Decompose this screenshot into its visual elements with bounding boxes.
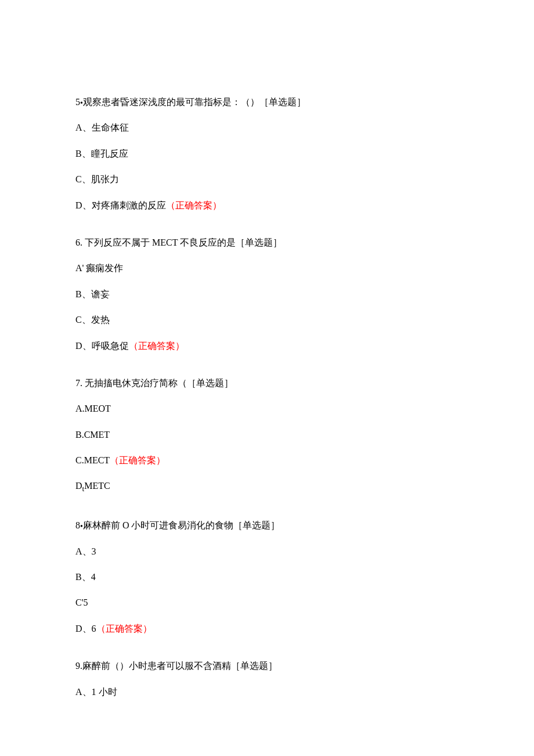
option-text: 、6 [82, 624, 96, 633]
option-text: A.MEOT [75, 404, 111, 413]
option-letter: A [75, 687, 82, 697]
option-letter: D [75, 341, 82, 351]
stem-text: 麻醉前（）小时患者可以服不含酒精［单选题］ [82, 661, 277, 671]
question-number: 8 [75, 520, 80, 530]
option-text: 、3 [82, 546, 96, 556]
stem-latin: MECT [152, 237, 180, 247]
option-text: 癫痫发作 [86, 263, 123, 273]
option-letter: A' [75, 263, 86, 273]
correct-answer-marker: （正确答案） [129, 341, 185, 351]
question-number: 9. [75, 661, 82, 671]
option-c: C、发热 [75, 314, 459, 326]
correct-answer-marker: （正确答案） [96, 624, 152, 633]
option-b: B、4 [75, 571, 459, 584]
question-number: 6. [75, 237, 85, 247]
option-text: 、对疼痛刺激的反应 [82, 200, 166, 210]
option-letter: C [75, 315, 82, 325]
question-stem: 9.麻醉前（）小时患者可以服不含酒精［单选题］ [75, 660, 459, 672]
option-text: 、瞳孔反应 [82, 149, 128, 159]
question-stem: 6. 下列反应不属于 MECT 不良反应的是［单选题］ [75, 236, 459, 249]
option-text: D [75, 481, 82, 491]
option-b: B、瞳孔反应 [75, 147, 459, 160]
option-letter: A [75, 546, 82, 556]
option-a: A.MEOT [75, 402, 459, 415]
option-text: METC [84, 481, 110, 491]
question-number: 5 [75, 97, 80, 107]
correct-answer-marker: （正确答案） [166, 200, 222, 210]
option-text: 、呼吸急促 [82, 341, 129, 351]
option-text: 、4 [82, 572, 96, 582]
option-d: D、6（正确答案） [75, 622, 459, 635]
option-text: C.MECT [75, 455, 110, 465]
option-c: C'5 [75, 596, 459, 609]
option-letter: A [75, 123, 82, 132]
option-text: 、谵妄 [82, 289, 110, 299]
option-letter: B [75, 289, 82, 299]
option-d: D、呼吸急促（正确答案） [75, 340, 459, 352]
correct-answer-marker: （正确答案） [110, 455, 165, 465]
option-text: 、生命体征 [82, 123, 129, 132]
option-a: A、生命体征 [75, 121, 459, 134]
stem-text: 麻林醉前 O 小时可进食易消化的食物［单选题］ [83, 520, 280, 530]
option-a: A、3 [75, 545, 459, 558]
question-5: 5•观察患者昏迷深浅度的最可靠指标是：（）［单选题］ A、生命体征 B、瞳孔反应… [75, 96, 459, 212]
stem-text: 观察患者昏迷深浅度的最可靠指标是：（）［单选题］ [83, 97, 306, 107]
stem-text: 不良反应的是［单选题］ [180, 237, 282, 247]
question-stem: 8•麻林醉前 O 小时可进食易消化的食物［单选题］ [75, 519, 459, 532]
question-number: 7. [75, 378, 85, 388]
option-a: A' 癫痫发作 [75, 262, 459, 275]
option-letter: D [75, 200, 82, 210]
option-d: D、对疼痛刺激的反应（正确答案） [75, 199, 459, 212]
option-d: DtMETC [75, 480, 459, 495]
option-text: 、1 小时 [82, 687, 117, 697]
option-letter: B [75, 149, 82, 159]
stem-text: 下列反应不属于 [85, 237, 152, 247]
question-6: 6. 下列反应不属于 MECT 不良反应的是［单选题］ A' 癫痫发作 B、谵妄… [75, 236, 459, 352]
document-page: 5•观察患者昏迷深浅度的最可靠指标是：（）［单选题］ A、生命体征 B、瞳孔反应… [0, 0, 534, 756]
question-7: 7. 无抽搐电休克治疗简称（［单选题］ A.MEOT B.CMET C.MECT… [75, 377, 459, 495]
question-9: 9.麻醉前（）小时患者可以服不含酒精［单选题］ A、1 小时 [75, 660, 459, 699]
option-b: B.CMET [75, 429, 459, 441]
option-text: C'5 [75, 597, 88, 607]
option-letter: B [75, 572, 82, 582]
question-8: 8•麻林醉前 O 小时可进食易消化的食物［单选题］ A、3 B、4 C'5 D、… [75, 519, 459, 635]
option-b: B、谵妄 [75, 288, 459, 301]
question-stem: 5•观察患者昏迷深浅度的最可靠指标是：（）［单选题］ [75, 96, 459, 109]
option-letter: D [75, 624, 82, 633]
stem-text: 无抽搐电休克治疗简称（［单选题］ [85, 378, 233, 388]
option-text: 、肌张力 [82, 174, 119, 184]
option-c: C.MECT（正确答案） [75, 454, 459, 467]
option-c: C、肌张力 [75, 173, 459, 186]
option-letter: C [75, 174, 82, 184]
option-a: A、1 小时 [75, 686, 459, 699]
question-stem: 7. 无抽搐电休克治疗简称（［单选题］ [75, 377, 459, 390]
option-text: B.CMET [75, 430, 110, 440]
option-text: 、发热 [82, 315, 110, 325]
